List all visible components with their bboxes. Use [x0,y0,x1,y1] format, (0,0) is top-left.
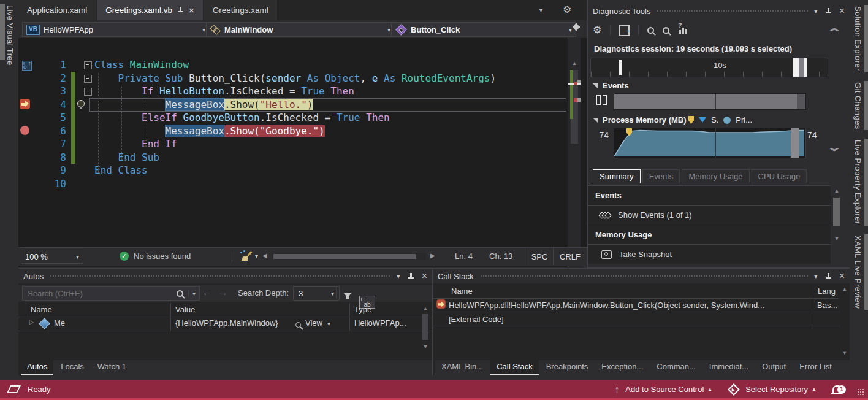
code-cleanup-icon[interactable] [240,251,251,261]
panel-tab[interactable]: Error List [793,360,838,375]
diagnostics-tab[interactable]: Summary [593,169,641,183]
project-dropdown[interactable]: VB HelloWPFApp ▾ [22,22,210,37]
tabbar-gear-icon[interactable]: ⚙ [563,5,571,15]
memory-chart[interactable] [614,128,806,158]
scroll-up-icon[interactable]: ▲ [568,60,581,66]
pin-icon[interactable] [825,7,832,15]
scrollbar-thumb[interactable] [273,254,416,259]
sidebar-tab-live-visual-tree[interactable]: Live Visual Tree [6,5,15,66]
scrollbar-thumb[interactable] [833,198,840,226]
document-tab[interactable]: Greetings.xaml.vb× [97,0,203,20]
pin-icon[interactable] [825,272,832,280]
panel-tab[interactable]: Call Stack [490,360,539,375]
breakpoint-margin[interactable] [20,125,32,137]
summary-action[interactable]: Show Events (1 of 1) [588,205,831,225]
autos-row[interactable]: ▷ Me {HelloWPFApp.MainWindow} View ▾ Hel… [18,317,432,331]
export-icon[interactable] [619,25,630,36]
close-icon[interactable]: × [839,272,845,280]
summary-scrollbar[interactable]: ▲ ▼ [832,188,842,264]
code-line[interactable]: 10 [18,177,568,191]
search-back-icon[interactable]: ← [202,287,211,298]
fold-toggle-icon[interactable] [84,61,92,69]
panel-header[interactable]: Diagnostic Tools ▾ × [588,4,850,18]
window-position-icon[interactable]: ▾ [814,272,818,280]
panel-tab[interactable]: Watch 1 [91,360,132,375]
search-input[interactable] [26,288,172,299]
fold-toggle-icon[interactable] [84,88,92,96]
diagnostics-tab[interactable]: Events [642,169,680,183]
zoom-out-icon[interactable]: − [663,27,669,34]
panel-tab[interactable]: Autos [21,360,53,375]
close-icon[interactable]: × [189,5,194,15]
column-type[interactable]: Type [354,305,371,314]
health-check-icon[interactable]: ✓ [120,252,129,261]
panel-scroll-up-icon[interactable]: ⌃ [826,26,842,40]
column-name[interactable]: Name [31,305,52,314]
issues-status[interactable]: No issues found [134,252,191,261]
chevron-down-icon[interactable]: ▾ [327,320,330,327]
panel-tab[interactable]: Locals [55,360,90,375]
zoom-in-icon[interactable]: + [647,27,654,34]
scrollbar-thumb[interactable] [422,314,428,340]
column-value[interactable]: Value [175,305,195,314]
panel-header[interactable]: Autos ▾ × [18,269,432,283]
chevron-down-icon[interactable]: ▾ [188,290,196,297]
scroll-up-icon[interactable]: ▲ [421,306,430,312]
editor-vertical-scrollbar[interactable]: ▲ ▼ [568,38,581,267]
breakpoint-margin[interactable] [20,99,32,111]
reset-view-icon[interactable] [678,26,688,34]
breakpoint-margin[interactable] [20,152,32,164]
add-to-source-control-button[interactable]: Add to Source Control [625,385,704,394]
notifications-button[interactable]: 1 [832,383,848,396]
line-ending-indicator[interactable]: CRLF [553,248,587,265]
side-tab[interactable]: XAML Live Preview [850,234,868,310]
close-icon[interactable]: × [839,7,845,15]
document-tab[interactable]: Greetings.xaml [204,0,277,20]
autos-scrollbar[interactable]: ▲ ▼ [421,306,430,361]
lightbulb-icon[interactable] [77,100,85,107]
panel-tab[interactable]: Exception... [595,360,649,375]
spaces-indicator[interactable]: SPC [525,248,554,265]
fold-toggle-icon[interactable] [84,75,92,83]
panel-tab[interactable]: Output [756,360,792,375]
callstack-frame[interactable]: [External Code] [433,312,839,326]
callstack-scrollbar[interactable]: ▲ ▼ [840,286,850,360]
scroll-down-icon[interactable]: ▼ [840,350,850,356]
panel-tab[interactable]: Comman... [650,360,702,375]
breakpoint-margin[interactable] [20,112,32,124]
code-line[interactable]: 1Class MainWindow [18,58,568,72]
type-dropdown[interactable]: MainWindow ▾ [206,22,395,37]
panel-header[interactable]: Call Stack ▾ × [433,269,850,283]
publish-up-icon[interactable]: ↑ [614,384,619,395]
scroll-down-icon[interactable]: ▼ [832,236,842,242]
chevron-down-icon[interactable]: ▾ [255,253,258,260]
pin-icon[interactable] [408,272,414,280]
events-track-cap[interactable] [797,94,805,109]
events-section-header[interactable]: Events [593,81,629,90]
selection-start-marker[interactable] [793,58,799,77]
scroll-up-icon[interactable]: ▲ [832,188,842,194]
breakpoint-margin[interactable] [20,178,32,190]
settings-gear-icon[interactable]: ⚙ [593,25,601,35]
resize-grip[interactable] [857,388,864,396]
breakpoint-margin[interactable] [20,72,32,85]
pin-icon[interactable] [177,6,184,14]
callstack-frame[interactable]: HelloWPFApp.dll!HelloWPFApp.MainWindow.B… [433,298,839,312]
search-forward-icon[interactable]: → [218,287,227,298]
window-position-icon[interactable]: ▾ [397,272,400,280]
select-repository-button[interactable]: Select Repository [745,385,808,394]
search-box[interactable]: ▾ [22,286,200,301]
side-tab[interactable]: Git Changes [850,81,868,131]
search-icon[interactable] [177,290,183,297]
repository-icon[interactable] [728,383,740,396]
caret-up-icon[interactable]: ▲ [707,387,712,392]
view-magnifier-icon[interactable] [295,322,301,328]
panel-tab[interactable]: XAML Bin... [435,360,489,375]
editor-margin-icon[interactable]: IO ↑ [22,61,32,71]
summary-action[interactable]: Take Snapshot [588,244,831,264]
panel-tab[interactable]: Immediat... [703,360,755,375]
scroll-down-icon[interactable]: ▼ [421,344,430,350]
panel-scroll-down-icon[interactable]: ⌄ [826,140,842,154]
side-tab[interactable]: Solution Explorer [850,5,868,72]
caret-up-icon[interactable]: ▲ [812,387,817,392]
